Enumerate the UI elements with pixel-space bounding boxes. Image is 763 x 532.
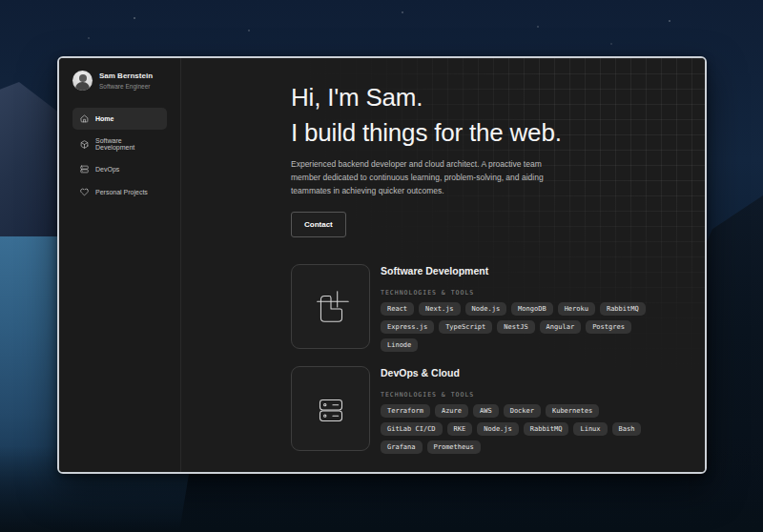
sidebar: Sam Bernstein Software Engineer Home Sof… xyxy=(59,58,181,472)
tech-tag: Postgres xyxy=(586,320,631,334)
tech-tag: Next.js xyxy=(419,302,461,316)
tech-tag: Linux xyxy=(573,422,607,436)
avatar xyxy=(72,71,93,91)
tools-label: TECHNOLOGIES & TOOLS xyxy=(381,289,648,297)
tech-tag: Heroku xyxy=(558,302,595,316)
tech-tag: RKE xyxy=(447,422,473,436)
sidebar-item-home[interactable]: Home xyxy=(72,108,167,130)
tech-tag: Terraform xyxy=(381,404,430,418)
package-icon xyxy=(80,140,89,149)
tech-tag: Linode xyxy=(381,338,418,352)
tech-tag: Docker xyxy=(504,404,541,418)
tech-tag: MongoDB xyxy=(511,302,553,316)
devops-cloud-card: DevOps & Cloud TECHNOLOGIES & TOOLS Terr… xyxy=(291,366,705,454)
tech-tag: Azure xyxy=(435,404,468,418)
contact-button[interactable]: Contact xyxy=(291,212,346,237)
tech-tag: Node.js xyxy=(477,422,519,436)
main-content: Hi, I'm Sam. I build things for the web.… xyxy=(181,58,705,472)
hero-heading-line1: Hi, I'm Sam. xyxy=(291,80,705,115)
tech-tag: RabbitMQ xyxy=(524,422,569,436)
section-title: DevOps & Cloud xyxy=(381,367,648,379)
sidebar-nav: Home Software Development DevOps xyxy=(72,108,167,203)
sidebar-item-personal-projects[interactable]: Personal Projects xyxy=(72,181,167,203)
tech-tag: AWS xyxy=(473,404,499,418)
section-title: Software Development xyxy=(381,265,648,276)
profile: Sam Bernstein Software Engineer xyxy=(72,71,167,91)
tech-tag: Node.js xyxy=(465,302,507,316)
hero-description: Experienced backend developer and cloud … xyxy=(291,157,552,197)
tech-tag: Angular xyxy=(540,320,582,334)
tech-tag: GitLab CI/CD xyxy=(381,422,443,436)
hero-section: Hi, I'm Sam. I build things for the web.… xyxy=(291,80,705,237)
tech-tag: TypeScript xyxy=(439,320,492,334)
tag-list: ReactNext.jsNode.jsMongoDBHerokuRabbitMQ… xyxy=(381,302,648,352)
wallpaper-stars xyxy=(0,0,2,2)
server-rack-icon xyxy=(291,366,370,451)
sidebar-item-label: Home xyxy=(95,115,113,122)
portfolio-window: Sam Bernstein Software Engineer Home Sof… xyxy=(57,56,707,474)
tools-label: TECHNOLOGIES & TOOLS xyxy=(381,391,648,399)
heart-icon xyxy=(80,188,89,196)
desktop-background: Sam Bernstein Software Engineer Home Sof… xyxy=(0,0,763,532)
sidebar-item-devops[interactable]: DevOps xyxy=(72,158,167,180)
home-icon xyxy=(80,114,89,123)
profile-role: Software Engineer xyxy=(99,82,153,91)
tech-tag: Kubernetes xyxy=(546,404,599,418)
profile-name: Sam Bernstein xyxy=(99,72,153,81)
tech-tag: NestJS xyxy=(497,320,534,334)
abstract-logo-icon xyxy=(291,264,370,349)
tech-tag: Grafana xyxy=(381,440,423,454)
sidebar-item-software-development[interactable]: Software Development xyxy=(72,131,167,157)
server-icon xyxy=(80,165,89,174)
hero-heading-line2: I build things for the web. xyxy=(291,115,705,151)
tech-tag: React xyxy=(381,302,414,316)
sidebar-item-label: DevOps xyxy=(95,166,119,173)
software-development-card: Software Development TECHNOLOGIES & TOOL… xyxy=(291,264,705,352)
skill-sections: Software Development TECHNOLOGIES & TOOL… xyxy=(291,264,705,454)
tech-tag: Express.js xyxy=(381,320,434,334)
sidebar-item-label: Personal Projects xyxy=(95,189,148,195)
sidebar-item-label: Software Development xyxy=(95,137,159,151)
tag-list: TerraformAzureAWSDockerKubernetesGitLab … xyxy=(381,404,648,454)
tech-tag: Bash xyxy=(612,422,642,436)
tech-tag: Prometheus xyxy=(427,440,481,454)
tech-tag: RabbitMQ xyxy=(600,302,646,316)
